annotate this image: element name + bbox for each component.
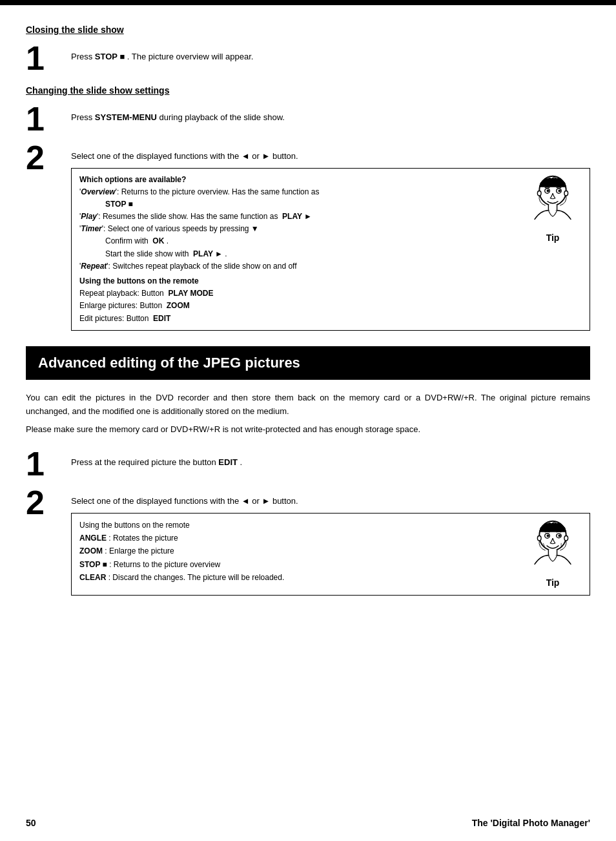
closing-step1-suffix: . The picture overview will appear. <box>125 52 253 61</box>
svg-point-12 <box>547 534 549 537</box>
advanced-remote-heading: Using the buttons on the remote <box>79 519 517 532</box>
advanced-step1-number: 1 <box>26 447 65 481</box>
changing-step1-suffix: during playback of the slide show. <box>157 112 285 122</box>
svg-rect-5 <box>548 204 557 210</box>
tip-label-2: Tip <box>546 576 560 590</box>
character-illustration-1 <box>527 174 579 229</box>
advanced-info-box-text: Using the buttons on the remote ANGLE : … <box>79 519 517 590</box>
svg-point-14 <box>559 534 561 537</box>
tip-figure-1: Tip <box>524 174 582 325</box>
angle-line: ANGLE : Rotates the picture <box>79 532 517 545</box>
changing-section: Changing the slide show settings 1 Press… <box>26 85 590 331</box>
advanced-step1: 1 Press at the required picture the butt… <box>26 447 590 481</box>
advanced-step1-prefix: Press at the required picture the button <box>71 457 218 467</box>
advanced-step1-bold: EDIT <box>218 457 238 467</box>
svg-rect-15 <box>548 549 557 555</box>
top-bar <box>0 0 616 5</box>
zoom-line: ZOOM : Enlarge the picture <box>79 545 517 557</box>
step-number-1: 1 <box>26 41 65 75</box>
character-illustration-2 <box>527 519 579 574</box>
advanced-step2-number: 2 <box>26 486 65 519</box>
svg-point-9 <box>564 191 568 196</box>
advanced-section-heading: Advanced editing of the JPEG pictures <box>38 355 578 371</box>
closing-heading: Closing the slide show <box>26 25 590 35</box>
advanced-step2: 2 Select one of the displayed functions … <box>26 486 590 596</box>
closing-step1-bold: STOP ■ <box>95 52 125 61</box>
options-stop-line: STOP ■ <box>79 198 517 211</box>
description-para-1: You can edit the pictures in the DVD rec… <box>26 391 590 419</box>
closing-section: Closing the slide show 1 Press STOP ■ . … <box>26 25 590 75</box>
options-overview-line: 'Overview': Returns to the picture overv… <box>79 186 517 198</box>
remote-heading: Using the buttons on the remote <box>79 275 517 287</box>
advanced-section-box: Advanced editing of the JPEG pictures <box>26 346 590 380</box>
closing-step1: 1 Press STOP ■ . The picture overview wi… <box>26 41 590 75</box>
svg-point-2 <box>547 189 549 192</box>
remote-zoom-line: Enlarge pictures: Button ZOOM <box>79 300 517 312</box>
page-number: 50 <box>26 818 36 828</box>
changing-step2-number: 2 <box>26 141 65 174</box>
footer: 50 The 'Digital Photo Manager' <box>0 818 616 828</box>
clear-line: CLEAR : Discard the changes. The picture… <box>79 571 517 584</box>
options-confirm-line: Confirm with OK . <box>79 235 517 247</box>
changing-step1: 1 Press SYSTEM-MENU during playback of t… <box>26 102 590 136</box>
svg-point-19 <box>564 535 568 541</box>
stop-line: STOP ■ : Returns to the picture overview <box>79 558 517 571</box>
remote-edit-line: Edit pictures: Button EDIT <box>79 313 517 325</box>
remote-repeat-line: Repeat playback: Button PLAY MODE <box>79 287 517 300</box>
advanced-info-box: Using the buttons on the remote ANGLE : … <box>71 513 590 596</box>
closing-step1-prefix: Press <box>71 52 95 61</box>
advanced-step1-suffix: . <box>238 457 242 467</box>
description-para-2: Please make sure the memory card or DVD+… <box>26 423 590 437</box>
changing-heading: Changing the slide show settings <box>26 85 590 96</box>
closing-step1-content: Press STOP ■ . The picture overview will… <box>71 41 590 63</box>
changing-step2: 2 Select one of the displayed functions … <box>26 141 590 331</box>
advanced-step2-content: Select one of the displayed functions wi… <box>71 486 590 596</box>
changing-step1-prefix: Press <box>71 112 95 122</box>
svg-point-8 <box>537 191 541 196</box>
changing-step1-content: Press SYSTEM-MENU during playback of the… <box>71 102 590 124</box>
advanced-step1-content: Press at the required picture the button… <box>71 447 590 469</box>
advanced-steps-section: 1 Press at the required picture the butt… <box>26 447 590 596</box>
options-start-line: Start the slide show with PLAY ► . <box>79 248 517 260</box>
options-box-heading: Which options are available? <box>79 174 517 186</box>
advanced-step2-text: Select one of the displayed functions wi… <box>71 496 298 506</box>
footer-title: The 'Digital Photo Manager' <box>472 818 590 828</box>
options-timer-line: 'Timer': Select one of various speeds by… <box>79 223 517 235</box>
changing-step1-bold: SYSTEM-MENU <box>95 112 157 122</box>
svg-point-18 <box>537 535 541 541</box>
options-info-box-text: Which options are available? 'Overview':… <box>79 174 517 325</box>
changing-step2-content: Select one of the displayed functions wi… <box>71 141 590 331</box>
options-play-line: 'Play': Resumes the slide show. Has the … <box>79 211 517 223</box>
tip-figure-2: Tip <box>524 519 582 590</box>
options-repeat-line: 'Repeat': Switches repeat playback of th… <box>79 260 517 273</box>
changing-step1-number: 1 <box>26 102 65 136</box>
tip-label-1: Tip <box>546 231 560 245</box>
svg-point-4 <box>559 189 561 192</box>
options-info-box: Which options are available? 'Overview':… <box>71 168 590 331</box>
changing-step2-text: Select one of the displayed functions wi… <box>71 151 298 161</box>
